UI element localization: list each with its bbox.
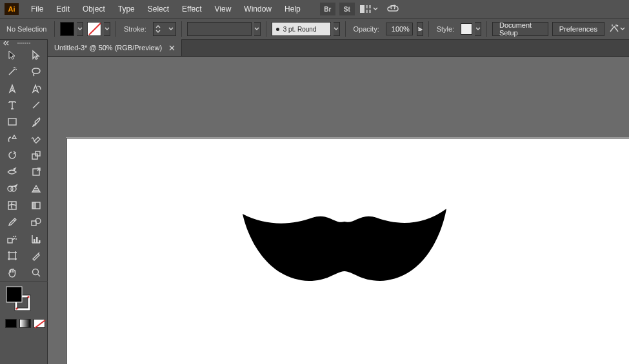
width-tool[interactable] <box>0 164 24 180</box>
selection-tool[interactable] <box>0 46 24 63</box>
svg-point-8 <box>617 25 619 27</box>
scale-icon <box>31 150 41 160</box>
gradient-icon <box>31 200 41 211</box>
opacity-label[interactable]: Opacity: <box>351 25 382 33</box>
shape-builder-tool[interactable] <box>0 180 24 197</box>
rectangle-icon <box>7 117 17 127</box>
mesh-tool[interactable] <box>0 197 24 214</box>
menu-select[interactable]: Select <box>141 2 175 16</box>
graphic-style-dropdown[interactable] <box>475 22 481 36</box>
document-tab-title: Untitled-3* @ 50% (RGB/Preview) <box>54 44 162 52</box>
type-icon <box>7 100 17 110</box>
stroke-weight-dropdown[interactable] <box>168 27 174 31</box>
svg-rect-2 <box>360 5 364 13</box>
variable-width-profile[interactable] <box>187 22 261 36</box>
magic-wand-tool[interactable] <box>0 63 24 80</box>
column-graph-tool[interactable] <box>24 231 48 247</box>
stroke-label[interactable]: Stroke: <box>121 25 149 33</box>
artwork-shape[interactable] <box>241 209 448 286</box>
close-icon <box>169 45 175 51</box>
symbol-sprayer-tool[interactable] <box>0 231 24 247</box>
stroke-color-swatch[interactable] <box>87 22 101 36</box>
stroke-color-dropdown[interactable] <box>104 22 110 36</box>
line-segment-tool[interactable] <box>24 97 48 113</box>
menu-help[interactable]: Help <box>278 2 307 16</box>
variable-width-dropdown[interactable] <box>254 22 261 36</box>
menu-object[interactable]: Object <box>76 2 112 16</box>
scale-tool[interactable] <box>24 147 48 164</box>
svg-rect-25 <box>39 240 41 243</box>
gradient-tool[interactable] <box>24 197 48 214</box>
canvas[interactable] <box>48 57 629 364</box>
graphic-style-swatch[interactable] <box>461 23 472 35</box>
shaper-tool[interactable] <box>0 130 24 147</box>
free-transform-tool[interactable] <box>24 164 48 180</box>
svg-rect-10 <box>8 119 16 125</box>
chevron-down-icon <box>77 27 83 31</box>
zoom-icon <box>31 267 41 278</box>
chevron-down-icon <box>620 27 625 31</box>
blend-tool[interactable] <box>24 214 48 231</box>
menu-window[interactable]: Window <box>237 2 278 16</box>
align-to-button[interactable] <box>608 22 625 36</box>
selection-icon <box>7 50 17 60</box>
menu-file[interactable]: File <box>25 2 50 16</box>
eraser-tool[interactable] <box>24 130 48 147</box>
graph-icon <box>31 234 41 244</box>
svg-point-27 <box>32 269 38 275</box>
svg-rect-12 <box>32 154 37 159</box>
svg-rect-5 <box>366 10 368 13</box>
brush-dropdown[interactable] <box>334 22 340 36</box>
rectangle-tool[interactable] <box>0 113 24 130</box>
lasso-tool[interactable] <box>24 63 48 80</box>
opacity-dropdown[interactable] <box>417 22 423 36</box>
bridge-button[interactable]: Br <box>320 3 335 15</box>
arrange-documents-button[interactable] <box>360 3 378 15</box>
menu-type[interactable]: Type <box>112 2 141 16</box>
menu-view[interactable]: View <box>208 2 238 16</box>
fill-color-swatch[interactable] <box>60 22 74 36</box>
direct-selection-tool[interactable] <box>24 46 48 63</box>
chevron-down-icon <box>105 27 110 31</box>
perspective-grid-tool[interactable] <box>24 180 48 197</box>
direct-selection-icon <box>31 50 41 60</box>
menu-effect[interactable]: Effect <box>175 2 208 16</box>
align-icon <box>608 24 620 34</box>
pen-tool[interactable] <box>0 80 24 97</box>
fill-stroke-indicator[interactable] <box>0 282 47 317</box>
svg-rect-3 <box>366 5 368 8</box>
slice-tool[interactable] <box>24 247 48 264</box>
document-area: Untitled-3* @ 50% (RGB/Preview) <box>48 40 629 364</box>
stroke-swatch-group <box>87 22 110 36</box>
curvature-tool[interactable] <box>24 80 48 97</box>
workspace: Untitled-3* @ 50% (RGB/Preview) <box>0 40 629 364</box>
svg-point-9 <box>14 69 15 70</box>
type-tool[interactable] <box>0 97 24 113</box>
control-bar: No Selection Stroke: 3 pt. Round <box>0 18 629 40</box>
none-icon <box>88 22 101 36</box>
hand-tool[interactable] <box>0 264 24 281</box>
brush-definition[interactable]: 3 pt. Round <box>272 22 340 36</box>
artboard-tool[interactable] <box>0 247 24 264</box>
preferences-button[interactable]: Preferences <box>552 22 604 36</box>
sync-settings-button[interactable] <box>384 3 401 15</box>
svg-rect-26 <box>9 253 15 259</box>
stroke-weight-field[interactable] <box>153 22 176 36</box>
menu-edit[interactable]: Edit <box>50 2 76 16</box>
opacity-field[interactable] <box>386 23 413 35</box>
gradient-color-button[interactable] <box>19 319 31 328</box>
collapse-panel-button[interactable] <box>2 40 11 46</box>
none-color-button[interactable] <box>34 319 45 328</box>
eyedropper-tool[interactable] <box>0 214 24 231</box>
stock-button[interactable]: St <box>339 3 355 15</box>
stepper-icon[interactable] <box>155 24 161 34</box>
document-setup-button[interactable]: Document Setup <box>492 22 548 36</box>
fill-color-dropdown[interactable] <box>77 22 83 36</box>
rotate-tool[interactable] <box>0 147 24 164</box>
document-tab[interactable]: Untitled-3* @ 50% (RGB/Preview) <box>48 39 182 56</box>
tool-panel <box>0 40 48 364</box>
close-tab-button[interactable] <box>168 44 175 51</box>
zoom-tool[interactable] <box>24 264 48 281</box>
paintbrush-tool[interactable] <box>24 113 48 130</box>
solid-color-button[interactable] <box>5 319 17 328</box>
